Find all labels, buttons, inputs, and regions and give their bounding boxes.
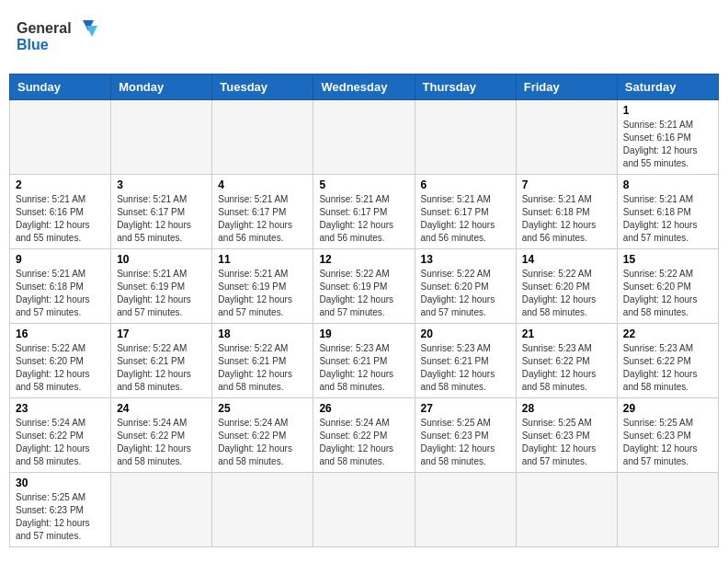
day-info: Sunrise: 5:21 AM Sunset: 6:17 PM Dayligh… bbox=[218, 193, 307, 245]
day-info: Sunrise: 5:21 AM Sunset: 6:16 PM Dayligh… bbox=[16, 193, 105, 245]
calendar-cell bbox=[516, 100, 617, 175]
day-number: 20 bbox=[421, 327, 510, 340]
logo: General Blue bbox=[17, 13, 99, 63]
weekday-header-sunday: Sunday bbox=[10, 75, 111, 100]
calendar-cell bbox=[516, 473, 617, 547]
calendar-cell bbox=[212, 100, 313, 175]
calendar-cell: 3Sunrise: 5:21 AM Sunset: 6:17 PM Daylig… bbox=[111, 175, 212, 249]
weekday-header-friday: Friday bbox=[516, 75, 617, 100]
day-number: 15 bbox=[623, 253, 712, 266]
day-number: 14 bbox=[522, 253, 611, 266]
calendar-cell: 21Sunrise: 5:23 AM Sunset: 6:22 PM Dayli… bbox=[516, 324, 617, 398]
day-number: 24 bbox=[117, 402, 206, 415]
calendar-cell: 28Sunrise: 5:25 AM Sunset: 6:23 PM Dayli… bbox=[516, 398, 617, 473]
weekday-header-monday: Monday bbox=[111, 75, 212, 100]
day-number: 16 bbox=[16, 327, 105, 340]
day-info: Sunrise: 5:24 AM Sunset: 6:22 PM Dayligh… bbox=[319, 417, 408, 468]
calendar-cell: 24Sunrise: 5:24 AM Sunset: 6:22 PM Dayli… bbox=[111, 398, 212, 473]
calendar-cell: 4Sunrise: 5:21 AM Sunset: 6:17 PM Daylig… bbox=[212, 175, 313, 249]
day-info: Sunrise: 5:22 AM Sunset: 6:21 PM Dayligh… bbox=[117, 342, 206, 394]
calendar-cell: 14Sunrise: 5:22 AM Sunset: 6:20 PM Dayli… bbox=[516, 249, 617, 324]
day-info: Sunrise: 5:23 AM Sunset: 6:21 PM Dayligh… bbox=[421, 342, 510, 394]
calendar-cell: 27Sunrise: 5:25 AM Sunset: 6:23 PM Dayli… bbox=[415, 398, 516, 473]
day-number: 10 bbox=[117, 253, 206, 266]
calendar-cell bbox=[617, 473, 718, 547]
day-info: Sunrise: 5:22 AM Sunset: 6:20 PM Dayligh… bbox=[522, 268, 611, 319]
calendar-cell: 2Sunrise: 5:21 AM Sunset: 6:16 PM Daylig… bbox=[10, 175, 111, 249]
calendar-cell bbox=[111, 473, 212, 547]
day-number: 19 bbox=[319, 327, 408, 340]
weekday-header-saturday: Saturday bbox=[617, 75, 718, 100]
day-number: 4 bbox=[218, 178, 307, 191]
day-info: Sunrise: 5:21 AM Sunset: 6:18 PM Dayligh… bbox=[522, 193, 611, 245]
calendar-cell: 9Sunrise: 5:21 AM Sunset: 6:18 PM Daylig… bbox=[10, 249, 111, 324]
day-number: 6 bbox=[421, 178, 510, 191]
weekday-header-row: SundayMondayTuesdayWednesdayThursdayFrid… bbox=[10, 75, 719, 100]
day-number: 28 bbox=[522, 402, 611, 415]
calendar-cell: 19Sunrise: 5:23 AM Sunset: 6:21 PM Dayli… bbox=[313, 324, 415, 398]
calendar-cell bbox=[111, 100, 212, 175]
day-number: 13 bbox=[421, 253, 510, 266]
calendar-cell: 1Sunrise: 5:21 AM Sunset: 6:16 PM Daylig… bbox=[617, 100, 718, 175]
day-info: Sunrise: 5:21 AM Sunset: 6:18 PM Dayligh… bbox=[16, 268, 105, 319]
day-number: 8 bbox=[623, 178, 712, 191]
day-number: 27 bbox=[421, 402, 510, 415]
calendar-cell: 13Sunrise: 5:22 AM Sunset: 6:20 PM Dayli… bbox=[415, 249, 516, 324]
day-info: Sunrise: 5:21 AM Sunset: 6:19 PM Dayligh… bbox=[117, 268, 206, 319]
day-number: 12 bbox=[319, 253, 408, 266]
day-info: Sunrise: 5:24 AM Sunset: 6:22 PM Dayligh… bbox=[16, 417, 105, 468]
day-info: Sunrise: 5:25 AM Sunset: 6:23 PM Dayligh… bbox=[522, 417, 611, 468]
day-number: 22 bbox=[623, 327, 712, 340]
day-number: 25 bbox=[218, 402, 307, 415]
day-info: Sunrise: 5:21 AM Sunset: 6:18 PM Dayligh… bbox=[623, 193, 712, 245]
day-info: Sunrise: 5:22 AM Sunset: 6:20 PM Dayligh… bbox=[16, 342, 105, 394]
day-info: Sunrise: 5:21 AM Sunset: 6:19 PM Dayligh… bbox=[218, 268, 307, 319]
day-number: 5 bbox=[319, 178, 408, 191]
calendar-cell: 22Sunrise: 5:23 AM Sunset: 6:22 PM Dayli… bbox=[617, 324, 718, 398]
calendar-cell: 23Sunrise: 5:24 AM Sunset: 6:22 PM Dayli… bbox=[10, 398, 111, 473]
day-info: Sunrise: 5:24 AM Sunset: 6:22 PM Dayligh… bbox=[117, 417, 206, 468]
calendar-cell bbox=[415, 473, 516, 547]
day-info: Sunrise: 5:24 AM Sunset: 6:22 PM Dayligh… bbox=[218, 417, 307, 468]
calendar-cell: 26Sunrise: 5:24 AM Sunset: 6:22 PM Dayli… bbox=[313, 398, 415, 473]
header: General Blue bbox=[9, 9, 719, 66]
calendar-cell: 30Sunrise: 5:25 AM Sunset: 6:23 PM Dayli… bbox=[10, 473, 111, 547]
week-row-1: 1Sunrise: 5:21 AM Sunset: 6:16 PM Daylig… bbox=[10, 100, 719, 175]
calendar-table: SundayMondayTuesdayWednesdayThursdayFrid… bbox=[9, 74, 719, 547]
day-info: Sunrise: 5:22 AM Sunset: 6:21 PM Dayligh… bbox=[218, 342, 307, 394]
day-number: 29 bbox=[623, 402, 712, 415]
calendar-cell: 17Sunrise: 5:22 AM Sunset: 6:21 PM Dayli… bbox=[111, 324, 212, 398]
day-info: Sunrise: 5:23 AM Sunset: 6:22 PM Dayligh… bbox=[623, 342, 712, 394]
calendar-cell: 12Sunrise: 5:22 AM Sunset: 6:19 PM Dayli… bbox=[313, 249, 415, 324]
day-info: Sunrise: 5:21 AM Sunset: 6:17 PM Dayligh… bbox=[319, 193, 408, 245]
calendar-cell: 10Sunrise: 5:21 AM Sunset: 6:19 PM Dayli… bbox=[111, 249, 212, 324]
calendar-cell: 29Sunrise: 5:25 AM Sunset: 6:23 PM Dayli… bbox=[617, 398, 718, 473]
calendar-cell: 8Sunrise: 5:21 AM Sunset: 6:18 PM Daylig… bbox=[617, 175, 718, 249]
calendar-cell: 5Sunrise: 5:21 AM Sunset: 6:17 PM Daylig… bbox=[313, 175, 415, 249]
week-row-6: 30Sunrise: 5:25 AM Sunset: 6:23 PM Dayli… bbox=[10, 473, 719, 547]
week-row-4: 16Sunrise: 5:22 AM Sunset: 6:20 PM Dayli… bbox=[10, 324, 719, 398]
day-number: 7 bbox=[522, 178, 611, 191]
day-info: Sunrise: 5:21 AM Sunset: 6:17 PM Dayligh… bbox=[421, 193, 510, 245]
svg-text:General: General bbox=[17, 20, 72, 36]
day-info: Sunrise: 5:22 AM Sunset: 6:20 PM Dayligh… bbox=[421, 268, 510, 319]
day-info: Sunrise: 5:21 AM Sunset: 6:17 PM Dayligh… bbox=[117, 193, 206, 245]
weekday-header-tuesday: Tuesday bbox=[212, 75, 313, 100]
day-number: 26 bbox=[319, 402, 408, 415]
calendar-cell bbox=[313, 473, 415, 547]
day-number: 9 bbox=[16, 253, 105, 266]
day-number: 3 bbox=[117, 178, 206, 191]
day-info: Sunrise: 5:25 AM Sunset: 6:23 PM Dayligh… bbox=[16, 491, 105, 543]
day-number: 11 bbox=[218, 253, 307, 266]
day-number: 21 bbox=[522, 327, 611, 340]
week-row-2: 2Sunrise: 5:21 AM Sunset: 6:16 PM Daylig… bbox=[10, 175, 719, 249]
day-number: 17 bbox=[117, 327, 206, 340]
weekday-header-thursday: Thursday bbox=[415, 75, 516, 100]
svg-text:Blue: Blue bbox=[17, 37, 49, 52]
weekday-header-wednesday: Wednesday bbox=[313, 75, 415, 100]
calendar-cell bbox=[10, 100, 111, 175]
day-number: 23 bbox=[16, 402, 105, 415]
week-row-3: 9Sunrise: 5:21 AM Sunset: 6:18 PM Daylig… bbox=[10, 249, 719, 324]
day-info: Sunrise: 5:23 AM Sunset: 6:22 PM Dayligh… bbox=[522, 342, 611, 394]
day-info: Sunrise: 5:22 AM Sunset: 6:19 PM Dayligh… bbox=[319, 268, 408, 319]
